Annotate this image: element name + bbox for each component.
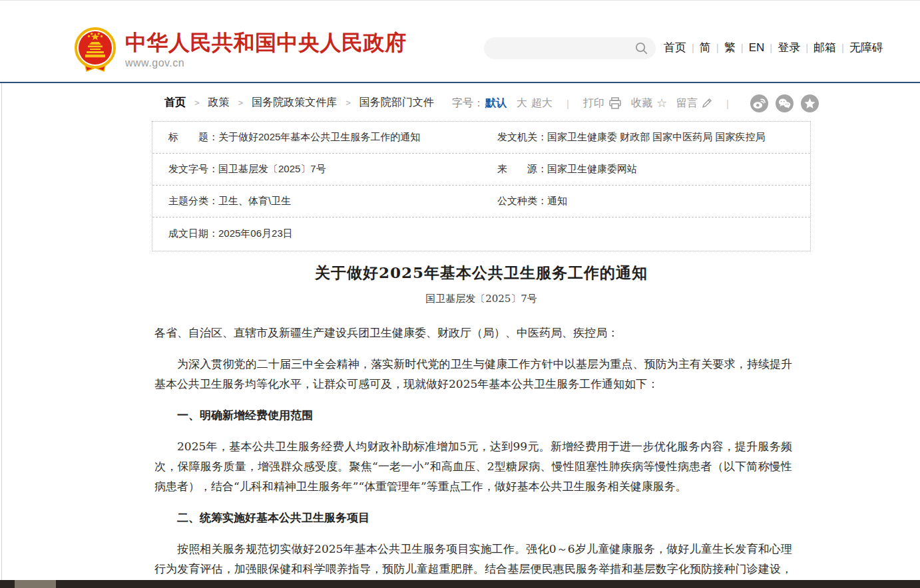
chevron-right-icon: >: [345, 98, 351, 108]
meta-number-value: 国卫基层发〔2025〕7号: [218, 163, 326, 176]
brand-text: 中华人民共和国中央人民政府 www.gov.cn: [125, 27, 407, 69]
document-body: 各省、自治区、直辖市及新疆生产建设兵团卫生健康委、财政厅（局）、中医药局、疾控局…: [154, 323, 792, 588]
meta-date-cell: 成文日期： 2025年06月23日: [152, 227, 481, 240]
site-title: 中华人民共和国中央人民政府: [125, 31, 407, 55]
meta-agency-label: 发文机关：: [497, 131, 547, 144]
page-toolbar: 字号： 默认 大 超大 | 打印 收藏 ☆ 留言: [452, 94, 819, 112]
chevron-right-icon: >: [238, 98, 244, 108]
nav-english[interactable]: EN: [744, 41, 770, 55]
qzone-share-icon[interactable]: [801, 94, 819, 112]
breadcrumb: 首页 > 政策 > 国务院政策文件库 > 国务院部门文件: [164, 96, 434, 110]
horizontal-scrollbar[interactable]: [0, 580, 920, 588]
meta-date-label: 成文日期：: [168, 227, 218, 240]
nav-accessibility[interactable]: 无障碍: [845, 40, 888, 55]
meta-row-category-type: 主题分类： 卫生、体育\卫生 公文种类： 通知: [152, 186, 810, 218]
meta-title-value: 关于做好2025年基本公共卫生服务工作的通知: [218, 131, 420, 144]
search-input[interactable]: [496, 38, 622, 58]
fontsize-large-button[interactable]: 大: [517, 96, 527, 110]
toolbar-separator: |: [726, 98, 729, 109]
comment-button[interactable]: 留言: [676, 96, 712, 110]
wechat-share-icon[interactable]: [776, 94, 794, 112]
nav-simplified[interactable]: 简: [695, 40, 716, 55]
salutation-paragraph: 各省、自治区、直辖市及新疆生产建设兵团卫生健康委、财政厅（局）、中医药局、疾控局…: [154, 323, 792, 343]
fontsize-xlarge-button[interactable]: 超大: [531, 96, 553, 110]
printer-icon: [608, 97, 622, 109]
meta-row-title-agency: 标 题： 关于做好2025年基本公共卫生服务工作的通知 发文机关： 国家卫生健康…: [152, 122, 810, 154]
meta-row-number-source: 发文字号： 国卫基层发〔2025〕7号 来 源： 国家卫生健康委网站: [152, 154, 810, 186]
scrollbar-thumb[interactable]: [15, 580, 56, 588]
section-1-paragraph: 2025年，基本公共卫生服务经费人均财政补助标准增加5元，达到99元。新增经费用…: [154, 436, 792, 496]
site-url: www.gov.cn: [125, 57, 407, 69]
breadcrumb-department-documents[interactable]: 国务院部门文件: [359, 96, 434, 110]
nav-traditional[interactable]: 繁: [720, 40, 740, 55]
meta-category-cell: 主题分类： 卫生、体育\卫生: [152, 195, 481, 208]
top-nav: 首页 | 简 | 繁 | EN | 登录 | 邮箱 | 无障碍: [659, 40, 888, 55]
favorite-button[interactable]: 收藏 ☆: [631, 96, 667, 110]
meta-title-cell: 标 题： 关于做好2025年基本公共卫生服务工作的通知: [152, 131, 481, 144]
print-label: 打印: [583, 96, 604, 110]
meta-source-cell: 来 源： 国家卫生健康委网站: [481, 163, 810, 176]
nav-home[interactable]: 首页: [659, 40, 691, 55]
breadcrumb-policy[interactable]: 政策: [208, 96, 230, 110]
nav-mailbox[interactable]: 邮箱: [809, 40, 841, 55]
meta-agency-cell: 发文机关： 国家卫生健康委 财政部 国家中医药局 国家疾控局: [481, 131, 810, 144]
document-area: 关于做好2025年基本公共卫生服务工作的通知 国卫基层发〔2025〕7号 各省、…: [152, 263, 811, 588]
meta-doctype-cell: 公文种类： 通知: [481, 195, 810, 208]
meta-source-label: 来 源：: [497, 163, 547, 176]
share-buttons: [743, 94, 819, 112]
meta-agency-value: 国家卫生健康委 财政部 国家中医药局 国家疾控局: [547, 131, 766, 144]
breadcrumb-policy-library[interactable]: 国务院政策文件库: [252, 96, 337, 110]
gov-logo[interactable]: 中华人民共和国中央人民政府 www.gov.cn: [75, 27, 407, 74]
meta-source-value: 国家卫生健康委网站: [547, 163, 637, 176]
section-2-heading: 二、统筹实施好基本公共卫生服务项目: [154, 508, 792, 527]
document-title: 关于做好2025年基本公共卫生服务工作的通知: [152, 263, 811, 283]
meta-date-value: 2025年06月23日: [218, 227, 293, 240]
breadcrumb-home[interactable]: 首页: [164, 96, 186, 110]
fontsize-default-button[interactable]: 默认: [485, 96, 507, 110]
intro-paragraph: 为深入贯彻党的二十届三中全会精神，落实新时代党的卫生与健康工作方针中以基层为重点…: [154, 354, 792, 394]
pencil-icon: [702, 98, 712, 108]
meta-number-label: 发文字号：: [168, 163, 218, 176]
meta-number-cell: 发文字号： 国卫基层发〔2025〕7号: [152, 163, 481, 176]
fontsize-label: 字号：: [452, 96, 484, 110]
meta-doctype-value: 通知: [547, 195, 567, 208]
section-1-heading: 一、明确新增经费使用范围: [154, 405, 792, 425]
search-icon[interactable]: [634, 41, 648, 55]
site-header: 中华人民共和国中央人民政府 www.gov.cn 首页 | 简 | 繁 | EN…: [0, 1, 920, 82]
document-meta-table: 标 题： 关于做好2025年基本公共卫生服务工作的通知 发文机关： 国家卫生健康…: [152, 121, 811, 251]
meta-category-label: 主题分类：: [168, 195, 218, 208]
comment-label: 留言: [676, 96, 698, 110]
meta-category-value: 卫生、体育\卫生: [218, 195, 291, 208]
favorite-label: 收藏: [631, 96, 652, 110]
breadcrumb-toolbar-row: 首页 > 政策 > 国务院政策文件库 > 国务院部门文件 字号： 默认 大 超大…: [0, 83, 920, 121]
meta-doctype-label: 公文种类：: [497, 195, 547, 208]
chevron-right-icon: >: [194, 98, 200, 108]
toolbar-separator: |: [567, 98, 569, 109]
print-button[interactable]: 打印: [583, 96, 622, 110]
weibo-share-icon[interactable]: [750, 94, 768, 112]
nav-login[interactable]: 登录: [773, 40, 805, 55]
meta-row-date: 成文日期： 2025年06月23日: [152, 218, 810, 250]
national-emblem-icon: [75, 27, 116, 74]
search-box[interactable]: [484, 37, 656, 59]
meta-title-label: 标 题：: [168, 131, 218, 144]
star-icon: ☆: [656, 97, 667, 109]
document-number: 国卫基层发〔2025〕7号: [152, 293, 811, 305]
